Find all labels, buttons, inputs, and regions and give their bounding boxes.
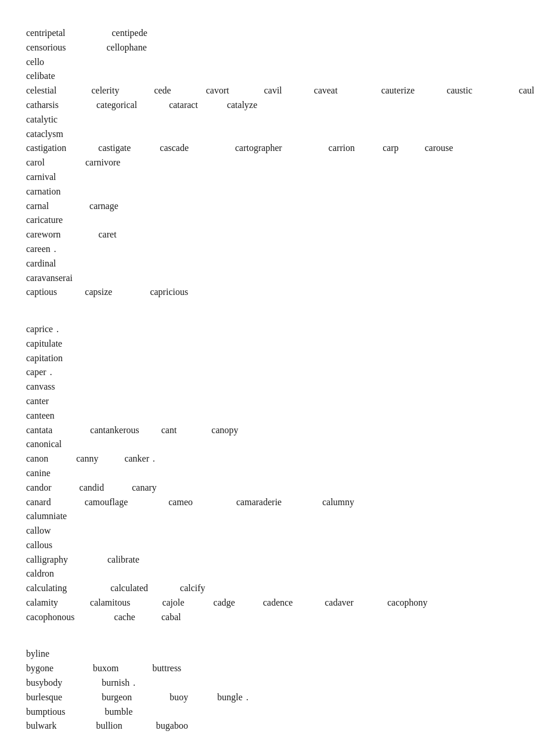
word: cartographer bbox=[235, 141, 282, 156]
text-line: calumniate bbox=[26, 509, 508, 524]
word: cameo bbox=[168, 495, 193, 510]
word: canon bbox=[26, 452, 48, 466]
word: catalyze bbox=[227, 98, 257, 113]
word: captious bbox=[26, 285, 57, 300]
word: calculated bbox=[110, 581, 148, 596]
word: categorical bbox=[96, 98, 137, 113]
word: canker bbox=[124, 452, 149, 466]
word: caldron bbox=[26, 567, 54, 581]
text-line: canoncannycanker. bbox=[26, 452, 508, 466]
word: calibrate bbox=[107, 553, 139, 567]
punctuation: . bbox=[133, 676, 135, 690]
word: canine bbox=[26, 466, 50, 481]
word: camaraderie bbox=[236, 495, 282, 510]
text-line: canardcamouflagecameocamaraderiecalumny bbox=[26, 495, 508, 510]
text-line: caravanserai bbox=[26, 271, 508, 286]
text-line: burlesqueburgeonbuoybungle. bbox=[26, 690, 508, 705]
word: camouflage bbox=[85, 495, 128, 510]
word: calumniate bbox=[26, 509, 67, 524]
word: bulwark bbox=[26, 719, 56, 733]
word: careen bbox=[26, 242, 50, 257]
word: cabal bbox=[161, 610, 181, 625]
text-line: cello bbox=[26, 55, 508, 70]
word: canvass bbox=[26, 380, 55, 394]
text-line bbox=[26, 300, 508, 314]
word: cataract bbox=[169, 98, 198, 113]
word: celestial bbox=[26, 84, 56, 98]
text-line: cantatacantankerouscantcanopy bbox=[26, 423, 508, 438]
word: candor bbox=[26, 481, 52, 495]
word: caper bbox=[26, 365, 46, 380]
word: carouse bbox=[425, 141, 453, 156]
word: cantankerous bbox=[90, 423, 139, 438]
word: capitation bbox=[26, 351, 63, 366]
word: cacophony bbox=[387, 596, 427, 610]
word: canonical bbox=[26, 437, 62, 452]
text-line: bulwarkbullionbugaboo bbox=[26, 719, 508, 733]
word: burnish bbox=[102, 676, 129, 690]
text-line: candorcandidcanary bbox=[26, 481, 508, 495]
word: censorious bbox=[26, 41, 66, 55]
text-line: castigationcastigatecascadecartographerc… bbox=[26, 141, 508, 156]
text-line: busybodyburnish. bbox=[26, 676, 508, 690]
text-line: celestialceleritycedecavortcavilcaveatca… bbox=[26, 84, 508, 98]
text-line: bygonebuxombuttress bbox=[26, 661, 508, 676]
punctuation: . bbox=[56, 322, 59, 337]
word: carp bbox=[383, 141, 399, 156]
text-line: canvass bbox=[26, 380, 508, 394]
word: capitulate bbox=[26, 337, 62, 351]
word: bungle bbox=[217, 690, 243, 705]
word: caricature bbox=[26, 213, 63, 228]
word: cardinal bbox=[26, 257, 56, 271]
text-line: caldron bbox=[26, 567, 508, 581]
word: celibate bbox=[26, 69, 55, 84]
word: canard bbox=[26, 495, 51, 510]
text-line: canteen bbox=[26, 409, 508, 423]
word: buxom bbox=[93, 661, 118, 676]
word: canteen bbox=[26, 409, 55, 423]
word: buttress bbox=[153, 661, 182, 676]
word: carnivore bbox=[85, 156, 120, 170]
word: cant bbox=[161, 423, 177, 438]
text-line: carnation bbox=[26, 185, 508, 199]
text-line: carnalcarnage bbox=[26, 199, 508, 214]
text-line: cataclysm bbox=[26, 127, 508, 142]
word: carnival bbox=[26, 170, 56, 185]
text-line: canonical bbox=[26, 437, 508, 452]
text-line: callous bbox=[26, 538, 508, 553]
word: calamity bbox=[26, 596, 58, 610]
word: cache bbox=[114, 610, 135, 625]
word: caveat bbox=[314, 84, 338, 98]
text-line: byline bbox=[26, 647, 508, 661]
text-line: censoriouscellophane bbox=[26, 41, 508, 55]
word: cajole bbox=[162, 596, 184, 610]
word: cadaver bbox=[324, 596, 353, 610]
text-line: caper. bbox=[26, 365, 508, 380]
word: burgeon bbox=[102, 690, 132, 705]
word: carol bbox=[26, 156, 45, 170]
word: cello bbox=[26, 55, 44, 70]
text-line: catharsiscategoricalcataractcatalyze bbox=[26, 98, 508, 113]
word: cauterize bbox=[381, 84, 415, 98]
text-line: calligraphycalibrate bbox=[26, 553, 508, 567]
text-line: celibate bbox=[26, 69, 508, 84]
word: canopy bbox=[211, 423, 238, 438]
word: callous bbox=[26, 538, 52, 553]
text-line: canine bbox=[26, 466, 508, 481]
word: callow bbox=[26, 524, 51, 538]
text-line: canter bbox=[26, 394, 508, 409]
word: cellophane bbox=[106, 41, 146, 55]
word: byline bbox=[26, 647, 49, 661]
word: cacophonous bbox=[26, 610, 75, 625]
word: capricious bbox=[150, 285, 188, 300]
word: castigate bbox=[98, 141, 131, 156]
text-line: catalytic bbox=[26, 113, 508, 127]
punctuation: . bbox=[54, 242, 56, 257]
word: cataclysm bbox=[26, 127, 63, 142]
text-line: calculatingcalculatedcalcify bbox=[26, 581, 508, 596]
word: cascade bbox=[160, 141, 189, 156]
text-line: caprice. bbox=[26, 322, 508, 337]
text-line: calamitycalamitouscajolecadgecadencecada… bbox=[26, 596, 508, 610]
text-line: careen. bbox=[26, 242, 508, 257]
word: busybody bbox=[26, 676, 62, 690]
